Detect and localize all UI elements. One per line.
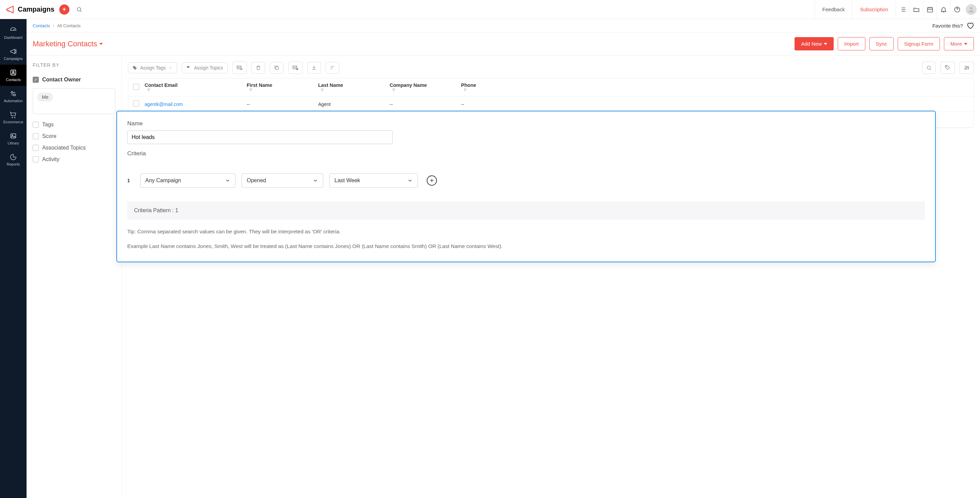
checkbox-icon xyxy=(33,121,39,128)
table-header: Contact Email First Name Last Name Compa… xyxy=(128,78,974,96)
help-icon[interactable] xyxy=(950,0,964,19)
mail-cancel-button[interactable] xyxy=(288,62,302,74)
nav-dashboard[interactable]: Dashboard xyxy=(0,22,27,44)
mail-x-icon xyxy=(292,65,298,71)
svg-rect-8 xyxy=(11,134,16,138)
tip-text: Tip: Comma separated search values can b… xyxy=(127,227,925,236)
page-title-dropdown[interactable]: Marketing Contacts xyxy=(33,40,103,48)
row-checkbox[interactable] xyxy=(133,101,139,107)
sort-icon xyxy=(463,88,467,92)
search-list-button[interactable] xyxy=(922,62,936,74)
add-criteria-button[interactable]: + xyxy=(427,176,437,186)
sort-icon xyxy=(392,88,396,92)
svg-rect-12 xyxy=(275,67,278,70)
breadcrumb-root[interactable]: Contacts xyxy=(33,23,50,28)
search-icon xyxy=(926,65,932,70)
trash-icon xyxy=(256,65,261,70)
mail-settings-button[interactable] xyxy=(232,62,247,74)
tag-filter-button[interactable] xyxy=(940,62,955,74)
criteria-number: 1 xyxy=(127,178,134,183)
heart-icon[interactable] xyxy=(966,22,974,29)
nav-reports[interactable]: Reports xyxy=(0,149,27,170)
criteria-value-dropdown[interactable]: Last Week xyxy=(329,173,418,188)
import-button[interactable]: Import xyxy=(838,37,865,50)
contacts-icon xyxy=(10,69,17,76)
criteria-label: Criteria xyxy=(127,150,925,157)
left-nav: Dashboard Campaigns Contacts Automation … xyxy=(0,19,27,498)
delete-button[interactable] xyxy=(251,62,265,73)
email-link[interactable]: agentk@mail.com xyxy=(145,102,183,107)
mail-gear-icon xyxy=(237,65,243,71)
download-button[interactable] xyxy=(307,62,321,73)
segment-name-input[interactable] xyxy=(127,131,393,144)
copy-button[interactable] xyxy=(270,62,283,73)
gauge-icon xyxy=(10,27,17,34)
checkbox-checked-icon: ✓ xyxy=(33,77,39,83)
svg-point-15 xyxy=(927,66,930,69)
svg-point-6 xyxy=(11,92,13,94)
more-button[interactable]: More xyxy=(944,37,974,50)
col-email[interactable]: Contact Email xyxy=(145,83,247,92)
bell-icon[interactable] xyxy=(937,0,950,19)
owner-chip-box[interactable]: Me xyxy=(33,88,115,114)
download-icon xyxy=(311,65,317,70)
sliders-icon xyxy=(964,65,970,71)
table-row[interactable]: agentk@mail.com -- Agent -- -- xyxy=(128,96,974,112)
automation-icon xyxy=(10,90,17,97)
breadcrumb: Contacts › All Contacts Favorite this? xyxy=(27,19,980,32)
breadcrumb-current: All Contacts xyxy=(57,23,81,28)
filter-contact-owner[interactable]: ✓Contact Owner xyxy=(33,74,115,86)
criteria-condition-dropdown[interactable]: Opened xyxy=(242,173,323,188)
filter-score[interactable]: Score xyxy=(33,131,115,142)
checkbox-icon xyxy=(33,133,39,139)
sort-icon xyxy=(249,88,253,92)
caret-down-icon xyxy=(99,43,103,45)
nav-library[interactable]: Library xyxy=(0,128,27,149)
select-all-checkbox[interactable] xyxy=(133,84,139,90)
chevron-down-icon xyxy=(407,178,413,183)
list-icon[interactable] xyxy=(896,0,909,19)
nav-automation[interactable]: Automation xyxy=(0,86,27,107)
chevron-down-icon xyxy=(169,66,172,70)
nav-ecommerce[interactable]: Ecommerce xyxy=(0,107,27,128)
filter-activity[interactable]: Activity xyxy=(33,153,115,165)
svg-rect-13 xyxy=(293,66,297,69)
add-new-button[interactable]: Add New xyxy=(795,37,834,50)
caret-down-icon xyxy=(824,43,827,45)
feedback-link[interactable]: Feedback xyxy=(815,0,853,19)
criteria-field-dropdown[interactable]: Any Campaign xyxy=(140,173,235,188)
name-label: Name xyxy=(127,120,925,127)
svg-point-7 xyxy=(14,94,15,96)
signup-form-button[interactable]: Signup Form xyxy=(898,37,940,50)
avatar[interactable] xyxy=(966,4,977,15)
megaphone-icon xyxy=(5,5,14,14)
svg-point-17 xyxy=(965,69,966,70)
copy-icon xyxy=(274,65,279,70)
filter-tags[interactable]: Tags xyxy=(33,119,115,131)
sort-icon xyxy=(147,88,151,92)
col-first[interactable]: First Name xyxy=(247,83,318,92)
megaphone-icon xyxy=(10,48,17,55)
subscription-link[interactable]: Subscription xyxy=(852,0,896,19)
app-title: Campaigns xyxy=(18,5,54,13)
assign-tags-button[interactable]: Assign Tags xyxy=(128,62,177,73)
svg-rect-1 xyxy=(927,8,932,12)
col-last[interactable]: Last Name xyxy=(318,83,390,92)
add-button[interactable]: + xyxy=(59,5,69,14)
assign-topics-button[interactable]: Assign Topics xyxy=(182,62,227,73)
app-logo[interactable]: Campaigns xyxy=(5,5,54,14)
settings-button[interactable] xyxy=(959,62,974,74)
calendar-icon[interactable] xyxy=(923,0,937,19)
col-phone[interactable]: Phone xyxy=(461,83,515,92)
me-chip[interactable]: Me xyxy=(37,93,53,102)
nav-contacts[interactable]: Contacts xyxy=(0,65,27,86)
nav-campaigns[interactable]: Campaigns xyxy=(0,44,27,65)
sort-button[interactable] xyxy=(326,62,339,73)
image-icon xyxy=(10,132,17,140)
search-icon[interactable] xyxy=(74,5,84,14)
col-company[interactable]: Company Name xyxy=(390,83,461,92)
sync-button[interactable]: Sync xyxy=(869,37,894,50)
folder-icon[interactable] xyxy=(909,0,923,19)
filter-assoc-topics[interactable]: Associated Topics xyxy=(33,142,115,153)
caret-down-icon xyxy=(964,43,967,45)
